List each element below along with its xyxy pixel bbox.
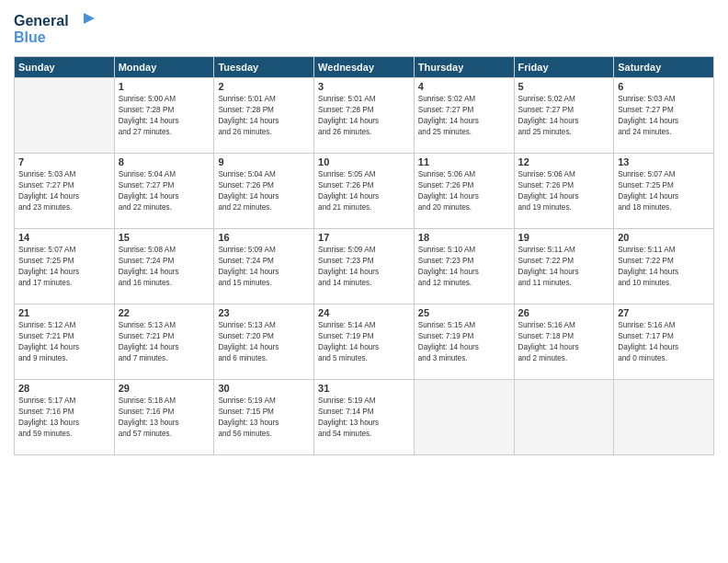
- day-number: 27: [618, 307, 710, 318]
- cell-sun-info: Sunrise: 5:11 AM Sunset: 7:22 PM Dayligh…: [518, 245, 610, 289]
- calendar-cell: 5Sunrise: 5:02 AM Sunset: 7:27 PM Daylig…: [514, 78, 614, 154]
- cell-sun-info: Sunrise: 5:17 AM Sunset: 7:16 PM Dayligh…: [18, 396, 110, 440]
- cell-sun-info: Sunrise: 5:12 AM Sunset: 7:21 PM Dayligh…: [18, 320, 110, 364]
- calendar-cell: [15, 78, 115, 154]
- cell-sun-info: Sunrise: 5:15 AM Sunset: 7:19 PM Dayligh…: [418, 320, 510, 364]
- day-number: 11: [418, 156, 510, 167]
- calendar-cell: 20Sunrise: 5:11 AM Sunset: 7:22 PM Dayli…: [614, 229, 714, 304]
- calendar-cell: 26Sunrise: 5:16 AM Sunset: 7:18 PM Dayli…: [514, 304, 614, 380]
- calendar-cell: 24Sunrise: 5:14 AM Sunset: 7:19 PM Dayli…: [314, 304, 415, 380]
- cell-sun-info: Sunrise: 5:14 AM Sunset: 7:19 PM Dayligh…: [318, 320, 410, 364]
- cell-sun-info: Sunrise: 5:09 AM Sunset: 7:23 PM Dayligh…: [318, 245, 410, 289]
- calendar-cell: 14Sunrise: 5:07 AM Sunset: 7:25 PM Dayli…: [15, 229, 115, 304]
- logo-svg: General Blue: [14, 9, 97, 51]
- calendar-cell: 30Sunrise: 5:19 AM Sunset: 7:15 PM Dayli…: [214, 380, 314, 455]
- calendar-cell: [414, 380, 514, 455]
- cell-sun-info: Sunrise: 5:09 AM Sunset: 7:24 PM Dayligh…: [218, 245, 310, 289]
- day-number: 20: [618, 232, 710, 243]
- cell-sun-info: Sunrise: 5:02 AM Sunset: 7:27 PM Dayligh…: [518, 94, 610, 138]
- day-number: 17: [318, 232, 410, 243]
- calendar-cell: 16Sunrise: 5:09 AM Sunset: 7:24 PM Dayli…: [214, 229, 314, 304]
- cell-sun-info: Sunrise: 5:10 AM Sunset: 7:23 PM Dayligh…: [418, 245, 510, 289]
- cell-sun-info: Sunrise: 5:16 AM Sunset: 7:17 PM Dayligh…: [618, 320, 710, 364]
- day-number: 4: [418, 81, 510, 92]
- day-number: 2: [218, 81, 310, 92]
- day-number: 10: [318, 156, 410, 167]
- day-number: 18: [418, 232, 510, 243]
- calendar-cell: 22Sunrise: 5:13 AM Sunset: 7:21 PM Dayli…: [114, 304, 214, 380]
- day-number: 12: [518, 156, 610, 167]
- cell-sun-info: Sunrise: 5:06 AM Sunset: 7:26 PM Dayligh…: [418, 169, 510, 213]
- calendar-cell: [614, 380, 714, 455]
- page: General Blue SundayMondayTuesdayWednesda…: [0, 0, 728, 563]
- calendar-cell: 18Sunrise: 5:10 AM Sunset: 7:23 PM Dayli…: [414, 229, 514, 304]
- calendar-cell: 17Sunrise: 5:09 AM Sunset: 7:23 PM Dayli…: [314, 229, 415, 304]
- cell-sun-info: Sunrise: 5:04 AM Sunset: 7:27 PM Dayligh…: [119, 169, 210, 213]
- day-number: 5: [518, 81, 610, 92]
- calendar-day-header: Tuesday: [214, 57, 314, 78]
- calendar-day-header: Friday: [514, 57, 614, 78]
- cell-sun-info: Sunrise: 5:16 AM Sunset: 7:18 PM Dayligh…: [518, 320, 610, 364]
- calendar-cell: 8Sunrise: 5:04 AM Sunset: 7:27 PM Daylig…: [114, 154, 214, 229]
- day-number: 14: [18, 232, 110, 243]
- cell-sun-info: Sunrise: 5:03 AM Sunset: 7:27 PM Dayligh…: [618, 94, 710, 138]
- cell-sun-info: Sunrise: 5:08 AM Sunset: 7:24 PM Dayligh…: [119, 245, 210, 289]
- cell-sun-info: Sunrise: 5:07 AM Sunset: 7:25 PM Dayligh…: [18, 245, 110, 289]
- calendar-cell: 1Sunrise: 5:00 AM Sunset: 7:28 PM Daylig…: [114, 78, 214, 154]
- cell-sun-info: Sunrise: 5:05 AM Sunset: 7:26 PM Dayligh…: [318, 169, 410, 213]
- cell-sun-info: Sunrise: 5:02 AM Sunset: 7:27 PM Dayligh…: [418, 94, 510, 138]
- svg-marker-1: [84, 13, 95, 24]
- day-number: 6: [618, 81, 710, 92]
- cell-sun-info: Sunrise: 5:03 AM Sunset: 7:27 PM Dayligh…: [18, 169, 110, 213]
- calendar-cell: 28Sunrise: 5:17 AM Sunset: 7:16 PM Dayli…: [15, 380, 115, 455]
- svg-text:General: General: [14, 13, 69, 29]
- header: General Blue: [14, 9, 714, 51]
- day-number: 23: [218, 307, 310, 318]
- calendar-cell: 11Sunrise: 5:06 AM Sunset: 7:26 PM Dayli…: [414, 154, 514, 229]
- cell-sun-info: Sunrise: 5:11 AM Sunset: 7:22 PM Dayligh…: [618, 245, 710, 289]
- calendar-cell: 13Sunrise: 5:07 AM Sunset: 7:25 PM Dayli…: [614, 154, 714, 229]
- day-number: 3: [318, 81, 410, 92]
- day-number: 15: [119, 232, 210, 243]
- calendar-cell: 7Sunrise: 5:03 AM Sunset: 7:27 PM Daylig…: [15, 154, 115, 229]
- calendar-table: SundayMondayTuesdayWednesdayThursdayFrid…: [14, 56, 714, 455]
- day-number: 9: [218, 156, 310, 167]
- calendar-cell: 23Sunrise: 5:13 AM Sunset: 7:20 PM Dayli…: [214, 304, 314, 380]
- day-number: 24: [318, 307, 410, 318]
- calendar-day-header: Wednesday: [314, 57, 415, 78]
- calendar-cell: 2Sunrise: 5:01 AM Sunset: 7:28 PM Daylig…: [214, 78, 314, 154]
- logo: General Blue: [14, 9, 97, 51]
- calendar-cell: 4Sunrise: 5:02 AM Sunset: 7:27 PM Daylig…: [414, 78, 514, 154]
- day-number: 13: [618, 156, 710, 167]
- calendar-cell: [514, 380, 614, 455]
- cell-sun-info: Sunrise: 5:13 AM Sunset: 7:20 PM Dayligh…: [218, 320, 310, 364]
- day-number: 25: [418, 307, 510, 318]
- calendar-cell: 6Sunrise: 5:03 AM Sunset: 7:27 PM Daylig…: [614, 78, 714, 154]
- calendar-day-header: Saturday: [614, 57, 714, 78]
- day-number: 22: [119, 307, 210, 318]
- cell-sun-info: Sunrise: 5:13 AM Sunset: 7:21 PM Dayligh…: [119, 320, 210, 364]
- cell-sun-info: Sunrise: 5:01 AM Sunset: 7:28 PM Dayligh…: [218, 94, 310, 138]
- day-number: 31: [318, 383, 410, 394]
- day-number: 16: [218, 232, 310, 243]
- calendar-cell: 27Sunrise: 5:16 AM Sunset: 7:17 PM Dayli…: [614, 304, 714, 380]
- cell-sun-info: Sunrise: 5:06 AM Sunset: 7:26 PM Dayligh…: [518, 169, 610, 213]
- cell-sun-info: Sunrise: 5:00 AM Sunset: 7:28 PM Dayligh…: [119, 94, 210, 138]
- cell-sun-info: Sunrise: 5:04 AM Sunset: 7:26 PM Dayligh…: [218, 169, 310, 213]
- day-number: 1: [119, 81, 210, 92]
- calendar-day-header: Thursday: [414, 57, 514, 78]
- calendar-cell: 19Sunrise: 5:11 AM Sunset: 7:22 PM Dayli…: [514, 229, 614, 304]
- day-number: 30: [218, 383, 310, 394]
- calendar-cell: 31Sunrise: 5:19 AM Sunset: 7:14 PM Dayli…: [314, 380, 415, 455]
- calendar-cell: 29Sunrise: 5:18 AM Sunset: 7:16 PM Dayli…: [114, 380, 214, 455]
- calendar-cell: 12Sunrise: 5:06 AM Sunset: 7:26 PM Dayli…: [514, 154, 614, 229]
- day-number: 7: [18, 156, 110, 167]
- calendar-cell: 10Sunrise: 5:05 AM Sunset: 7:26 PM Dayli…: [314, 154, 415, 229]
- cell-sun-info: Sunrise: 5:18 AM Sunset: 7:16 PM Dayligh…: [119, 396, 210, 440]
- calendar-cell: 3Sunrise: 5:01 AM Sunset: 7:28 PM Daylig…: [314, 78, 415, 154]
- cell-sun-info: Sunrise: 5:19 AM Sunset: 7:15 PM Dayligh…: [218, 396, 310, 440]
- day-number: 28: [18, 383, 110, 394]
- cell-sun-info: Sunrise: 5:19 AM Sunset: 7:14 PM Dayligh…: [318, 396, 410, 440]
- calendar-day-header: Monday: [114, 57, 214, 78]
- calendar-cell: 15Sunrise: 5:08 AM Sunset: 7:24 PM Dayli…: [114, 229, 214, 304]
